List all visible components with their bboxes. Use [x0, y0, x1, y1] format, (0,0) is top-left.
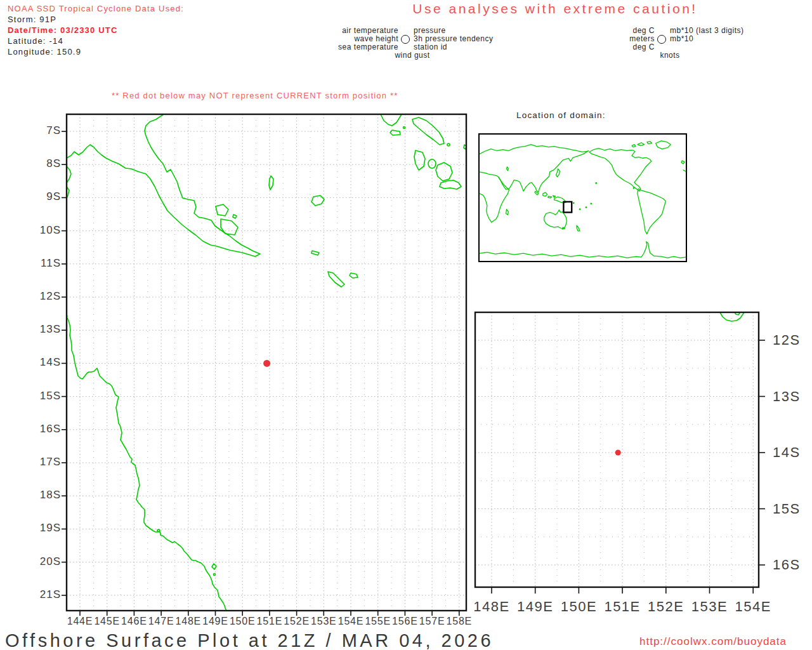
station-circle-icon	[401, 35, 410, 44]
storm-position-dot	[263, 360, 270, 367]
lat-tick-label: 15S	[773, 501, 801, 517]
storm-datetime-label: Date/Time: 03/2330 UTC	[8, 25, 118, 35]
legend-station-id-label: station id	[414, 43, 447, 51]
storm-position-dot	[615, 450, 621, 456]
lat-tick-label: 13S	[773, 388, 801, 405]
lon-tick-label: 151E	[598, 599, 646, 615]
lon-tick-label: 152E	[642, 599, 690, 615]
page-title: Offshore Surface Plot at 21Z / MAR 04, 2…	[5, 630, 494, 650]
lat-tick-label: 19S	[24, 522, 61, 534]
lat-tick-label: 20S	[24, 555, 61, 568]
lat-tick-label: 10S	[24, 224, 61, 237]
lat-tick-label: 14S	[24, 356, 61, 369]
world-coastlines	[480, 135, 686, 261]
storm-longitude-label: Longitude: 150.9	[8, 47, 81, 56]
legend-pressure-tendency-label: 3h pressure tendency	[414, 35, 493, 43]
gridlines	[475, 312, 759, 587]
lat-tick-label: 16S	[24, 423, 61, 435]
lat-tick-label: 21S	[24, 588, 61, 601]
legend-pressure-label: pressure	[414, 27, 446, 34]
legend-unit-air-temperature: deg C	[598, 27, 655, 34]
storm-position-warning: ** Red dot below may NOT represent CURRE…	[112, 91, 398, 100]
lon-tick-label: 150E	[554, 599, 603, 615]
lat-tick-label: 13S	[24, 323, 61, 336]
lat-tick-label: 16S	[773, 557, 801, 573]
source-url-link[interactable]: http://coolwx.com/buoydata	[639, 635, 787, 648]
offshore-surface-plot-page: NOAA SSD Tropical Cyclone Data Used: Sto…	[0, 0, 812, 650]
legend-air-temperature-label: air temperature	[298, 27, 398, 34]
lon-tick-label: 153E	[686, 599, 734, 615]
legend-unit-pressure: mb*10 (last 3 digits)	[670, 27, 744, 34]
cyclone-data-source-label: NOAA SSD Tropical Cyclone Data Used:	[8, 4, 184, 13]
lat-tick-label: 12S	[24, 290, 61, 303]
legend-unit-wind-gust: knots	[638, 51, 702, 59]
lat-tick-label: 12S	[773, 332, 801, 348]
legend-wind-gust-label: wind gust	[379, 51, 445, 59]
lat-tick-label: 9S	[24, 190, 61, 203]
station-circle-icon	[657, 35, 666, 44]
lat-tick-label: 14S	[773, 444, 801, 461]
legend-wave-height-label: wave height	[298, 35, 398, 43]
legend-unit-pressure-tendency: mb*10	[670, 35, 693, 43]
legend-unit-wave-height: meters	[598, 35, 655, 43]
domain-location-box	[563, 202, 572, 213]
lat-tick-label: 15S	[24, 390, 61, 402]
storm-latitude-label: Latitude: -14	[8, 36, 63, 46]
lat-tick-label: 8S	[24, 157, 61, 170]
lon-tick-label: 154E	[729, 599, 777, 615]
legend-sea-temperature-label: sea temperature	[298, 43, 398, 51]
lat-tick-label: 18S	[24, 489, 61, 501]
world-inset-map	[478, 133, 687, 262]
lon-tick-label: 149E	[511, 599, 560, 615]
inset-map-title: Location of domain:	[516, 110, 606, 120]
main-map	[54, 108, 473, 623]
lon-tick-label: 148E	[468, 599, 516, 615]
storm-id-label: Storm: 91P	[8, 15, 56, 24]
caution-banner: Use analyses with extreme caution!	[365, 1, 745, 17]
lat-tick-label: 11S	[24, 257, 61, 270]
zoom-map	[469, 306, 792, 604]
lon-tick-label: 158E	[440, 616, 478, 627]
lat-tick-label: 17S	[24, 456, 61, 468]
zoom-map-coastlines	[720, 312, 744, 321]
legend-unit-sea-temperature: deg C	[598, 43, 655, 51]
lat-tick-label: 7S	[24, 124, 61, 137]
